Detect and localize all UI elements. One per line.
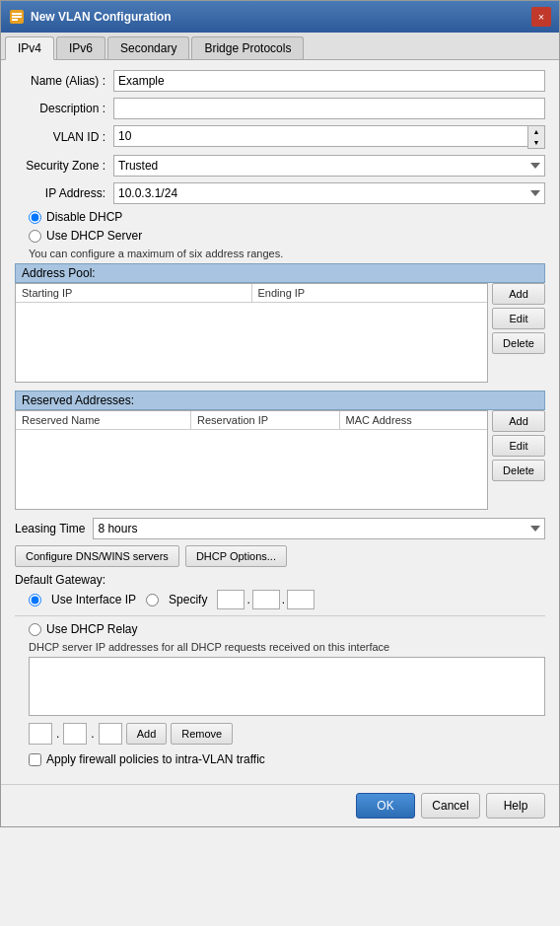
reserved-table-header: Reserved Name Reservation IP MAC Address: [16, 411, 487, 430]
reserved-table-area: Reserved Name Reservation IP MAC Address…: [15, 410, 545, 510]
content-area: Name (Alias) : Description : VLAN ID : ▲…: [1, 60, 559, 784]
disable-dhcp-row: Disable DHCP: [29, 210, 545, 224]
reserved-addresses-section: Reserved Addresses: Reserved Name Reserv…: [15, 391, 545, 510]
use-dhcp-server-label[interactable]: Use DHCP Server: [46, 229, 142, 243]
specify-label[interactable]: Specify: [169, 593, 207, 606]
description-row: Description :: [15, 98, 545, 119]
vlan-id-spinner: ▲ ▼: [113, 125, 545, 149]
ip-address-label: IP Address:: [15, 186, 113, 200]
app-icon: [9, 9, 25, 25]
pool-edit-button[interactable]: Edit: [492, 308, 545, 329]
description-input[interactable]: [113, 98, 545, 119]
tab-bar: IPv4 IPv6 Secondary Bridge Protocols: [1, 33, 559, 60]
address-pool-table-header: Starting IP Ending IP: [16, 284, 487, 303]
address-pool-header: Address Pool:: [15, 263, 545, 283]
relay-dot2: .: [91, 727, 94, 741]
close-button[interactable]: ×: [531, 7, 551, 27]
dhcp-options-button[interactable]: DHCP Options...: [185, 545, 287, 567]
ip-address-combo[interactable]: 10.0.3.1/24: [113, 182, 545, 204]
gateway-octet3[interactable]: [287, 590, 315, 609]
relay-hint: DHCP server IP addresses for all DHCP re…: [29, 641, 545, 653]
firewall-policies-checkbox[interactable]: [29, 753, 41, 766]
ip-address-row: IP Address: 10.0.3.1/24: [15, 182, 545, 204]
pool-col-ending-ip: Ending IP: [252, 284, 488, 302]
description-label: Description :: [15, 102, 113, 115]
use-dhcp-relay-label[interactable]: Use DHCP Relay: [46, 622, 137, 636]
relay-textarea[interactable]: [29, 657, 545, 716]
pool-hint: You can configure a maximum of six addre…: [29, 248, 545, 259]
use-dhcp-relay-row: Use DHCP Relay: [29, 622, 545, 636]
vlan-id-input[interactable]: [113, 125, 527, 147]
ok-button[interactable]: OK: [356, 793, 415, 819]
spin-up-button[interactable]: ▲: [528, 126, 544, 137]
relay-section: . . Add Remove: [15, 657, 545, 745]
tab-ipv6[interactable]: IPv6: [56, 36, 105, 59]
disable-dhcp-radio[interactable]: [29, 211, 41, 224]
tab-secondary[interactable]: Secondary: [107, 36, 189, 59]
address-pool-section: Address Pool: Starting IP Ending IP Add …: [15, 263, 545, 383]
dot1: .: [246, 593, 249, 606]
dns-options-row: Configure DNS/WINS servers DHCP Options.…: [15, 545, 545, 567]
use-dhcp-server-radio[interactable]: [29, 230, 41, 243]
leasing-select[interactable]: 8 hours 1 hour 24 hours Custom: [93, 518, 545, 539]
relay-octet1[interactable]: [29, 723, 52, 745]
reserved-edit-button[interactable]: Edit: [492, 435, 545, 457]
pool-col-starting-ip: Starting IP: [16, 284, 252, 302]
pool-delete-button[interactable]: Delete: [492, 332, 545, 354]
security-zone-select[interactable]: Trusted Untrusted Custom: [113, 155, 545, 177]
dot2: .: [282, 593, 285, 606]
disable-dhcp-label[interactable]: Disable DHCP: [46, 210, 122, 224]
name-label: Name (Alias) :: [15, 74, 113, 88]
dialog-title: New VLAN Configuration: [31, 10, 172, 24]
relay-octet2[interactable]: [63, 723, 87, 745]
reserved-delete-button[interactable]: Delete: [492, 460, 545, 481]
name-input[interactable]: [113, 70, 545, 92]
title-bar-left: New VLAN Configuration: [9, 9, 172, 25]
dns-wins-button[interactable]: Configure DNS/WINS servers: [15, 545, 179, 567]
reserved-add-button[interactable]: Add: [492, 410, 545, 432]
relay-dot1: .: [56, 727, 59, 741]
title-bar: New VLAN Configuration ×: [1, 1, 559, 33]
cancel-button[interactable]: Cancel: [421, 793, 480, 819]
use-interface-ip-label[interactable]: Use Interface IP: [51, 593, 136, 606]
spin-down-button[interactable]: ▼: [528, 137, 544, 148]
specify-gateway-radio[interactable]: [146, 594, 159, 606]
reserved-addresses-header: Reserved Addresses:: [15, 391, 545, 410]
use-dhcp-server-row: Use DHCP Server: [29, 229, 545, 243]
address-pool-table-body: [16, 303, 487, 382]
dialog-window: New VLAN Configuration × IPv4 IPv6 Secon…: [0, 0, 560, 827]
address-pool-table-area: Starting IP Ending IP Add Edit Delete: [15, 283, 545, 383]
firewall-policies-label[interactable]: Apply firewall policies to intra-VLAN tr…: [46, 752, 265, 766]
pool-add-button[interactable]: Add: [492, 283, 545, 305]
firewall-checkbox-row: Apply firewall policies to intra-VLAN tr…: [29, 752, 545, 766]
security-zone-row: Security Zone : Trusted Untrusted Custom: [15, 155, 545, 177]
gateway-label: Default Gateway:: [15, 573, 545, 587]
address-pool-buttons: Add Edit Delete: [488, 283, 545, 383]
vlan-id-label: VLAN ID :: [15, 130, 113, 144]
relay-add-button[interactable]: Add: [126, 723, 168, 745]
use-interface-ip-radio[interactable]: [29, 594, 41, 606]
reserved-col-mac: MAC Address: [340, 411, 488, 429]
gateway-ip-group: . .: [217, 590, 315, 609]
dialog-footer: OK Cancel Help: [1, 784, 559, 826]
relay-octet3[interactable]: [99, 723, 122, 745]
relay-remove-button[interactable]: Remove: [171, 723, 233, 745]
reserved-col-ip: Reservation IP: [191, 411, 340, 429]
gateway-octet2[interactable]: [252, 590, 280, 609]
tab-bridge[interactable]: Bridge Protocols: [191, 36, 304, 59]
reserved-table: Reserved Name Reservation IP MAC Address: [15, 410, 488, 510]
address-pool-table: Starting IP Ending IP: [15, 283, 488, 383]
divider: [15, 615, 545, 616]
use-dhcp-relay-radio[interactable]: [29, 623, 41, 636]
svg-rect-3: [12, 19, 18, 21]
security-zone-label: Security Zone :: [15, 159, 113, 173]
spin-buttons: ▲ ▼: [527, 125, 545, 149]
svg-rect-1: [12, 13, 22, 15]
gateway-radios: Use Interface IP Specify . .: [29, 590, 545, 609]
reserved-col-name: Reserved Name: [16, 411, 191, 429]
help-button[interactable]: Help: [486, 793, 545, 819]
reserved-buttons: Add Edit Delete: [488, 410, 545, 510]
gateway-octet1[interactable]: [217, 590, 245, 609]
vlan-id-row: VLAN ID : ▲ ▼: [15, 125, 545, 149]
tab-ipv4[interactable]: IPv4: [5, 36, 54, 60]
